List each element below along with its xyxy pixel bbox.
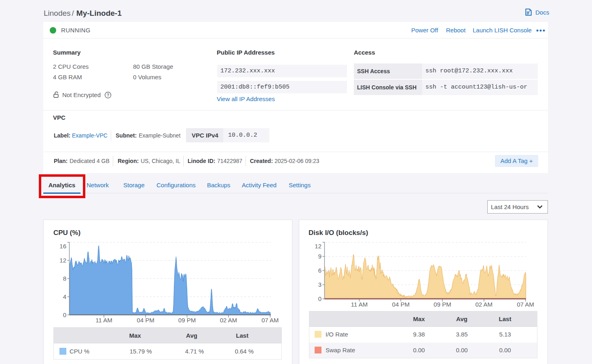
svg-text:07 AM: 07 AM <box>517 301 534 308</box>
svg-text:02 AM: 02 AM <box>220 317 237 324</box>
svg-text:11 AM: 11 AM <box>351 301 368 308</box>
svg-text:07 AM: 07 AM <box>262 317 279 324</box>
svg-text:12: 12 <box>59 257 66 264</box>
svg-text:6: 6 <box>318 267 321 274</box>
svg-text:02 AM: 02 AM <box>476 301 493 308</box>
svg-text:04 PM: 04 PM <box>392 301 410 308</box>
svg-text:16: 16 <box>59 243 66 250</box>
svg-text:09 PM: 09 PM <box>178 317 196 324</box>
svg-text:11 AM: 11 AM <box>95 317 112 324</box>
svg-text:0: 0 <box>63 311 66 318</box>
svg-text:9: 9 <box>318 253 321 260</box>
svg-text:4: 4 <box>63 293 66 300</box>
svg-text:0: 0 <box>318 295 321 302</box>
svg-text:09 PM: 09 PM <box>433 301 451 308</box>
svg-text:12: 12 <box>315 243 321 250</box>
svg-text:?: ? <box>107 93 109 97</box>
svg-text:8: 8 <box>63 275 66 282</box>
svg-text:04 PM: 04 PM <box>137 317 154 324</box>
svg-text:3: 3 <box>318 281 321 288</box>
